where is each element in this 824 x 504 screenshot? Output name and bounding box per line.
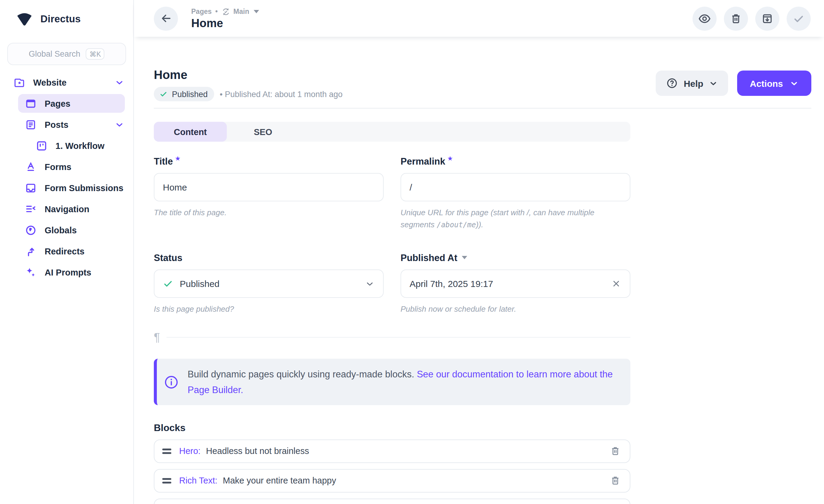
sidebar-item-forms[interactable]: Forms bbox=[8, 156, 125, 177]
sidebar-item-globals[interactable]: Globals bbox=[8, 220, 125, 241]
block-type-link[interactable]: Hero: bbox=[179, 447, 201, 456]
required-star-icon: ★ bbox=[447, 155, 452, 161]
sidebar-item-website[interactable]: Website bbox=[8, 72, 125, 93]
breadcrumb-collection[interactable]: Pages bbox=[191, 8, 212, 15]
field-label-text: Status bbox=[154, 253, 183, 264]
title-input[interactable]: Home bbox=[154, 173, 384, 201]
search-placeholder: Global Search bbox=[29, 49, 80, 58]
sidebar-item-navigation[interactable]: Navigation bbox=[8, 198, 125, 220]
check-icon bbox=[159, 90, 168, 98]
sidebar-item-workflow[interactable]: 1. Workflow bbox=[8, 135, 125, 156]
page-builder-notice: Build dynamic pages quickly using ready-… bbox=[154, 359, 630, 405]
tab-label: Content bbox=[174, 127, 207, 137]
block-row-rich-text[interactable]: Rich Text: Make your entire team happy bbox=[154, 469, 630, 493]
field-helper: Unique URL for this page (start with /, … bbox=[401, 207, 630, 231]
list-collapse-icon bbox=[25, 203, 37, 215]
field-published-at: Published At April 7th, 2025 19:17 Publi… bbox=[401, 253, 630, 316]
preview-button[interactable] bbox=[693, 6, 717, 30]
topbar-titles: Pages • Main Home bbox=[191, 7, 260, 30]
archive-button[interactable] bbox=[755, 6, 780, 30]
trash-icon[interactable] bbox=[610, 475, 621, 486]
blocks-heading: Blocks bbox=[154, 422, 811, 433]
sidebar-item-ai-prompts[interactable]: AI Prompts bbox=[8, 262, 125, 283]
tab-bar: Content SEO bbox=[154, 122, 630, 142]
check-icon bbox=[163, 279, 173, 289]
divider-line bbox=[167, 337, 630, 338]
search-shortcut-badge: ⌘K bbox=[86, 48, 104, 60]
status-badge: Published bbox=[154, 87, 214, 101]
caret-down-icon[interactable] bbox=[253, 9, 260, 14]
redirect-arrow-icon bbox=[25, 245, 37, 257]
chevron-down-icon bbox=[709, 79, 718, 88]
sidebar-item-label: Posts bbox=[44, 120, 69, 129]
clear-x-icon[interactable] bbox=[611, 279, 621, 289]
delete-button[interactable] bbox=[724, 6, 748, 30]
sidebar-item-posts[interactable]: Posts bbox=[8, 114, 125, 135]
field-label: Published At bbox=[401, 253, 630, 264]
sidebar-item-label: Website bbox=[33, 78, 67, 87]
back-button[interactable] bbox=[154, 6, 178, 30]
chevron-down-icon bbox=[790, 79, 799, 88]
tab-seo[interactable]: SEO bbox=[227, 122, 299, 142]
chevron-down-icon[interactable] bbox=[365, 279, 375, 289]
form-row-1: Title ★ Home The title of this page. Per… bbox=[154, 156, 630, 231]
helper-code: /about/me bbox=[437, 221, 476, 229]
actions-button[interactable]: Actions bbox=[737, 71, 811, 96]
block-type-link[interactable]: Rich Text: bbox=[179, 476, 217, 486]
tab-label: SEO bbox=[254, 127, 272, 137]
header-buttons: Help Actions bbox=[656, 71, 811, 96]
field-label: Status bbox=[154, 253, 384, 264]
status-select[interactable]: Published bbox=[154, 270, 384, 298]
field-label: Title ★ bbox=[154, 156, 384, 167]
check-icon bbox=[792, 12, 805, 25]
block-title: Make your entire team happy bbox=[223, 476, 336, 486]
chevron-down-icon[interactable] bbox=[115, 78, 124, 87]
published-at-input[interactable]: April 7th, 2025 19:17 bbox=[401, 270, 630, 298]
notice-message: Build dynamic pages quickly using ready-… bbox=[188, 369, 414, 380]
sidebar-item-label: Navigation bbox=[44, 204, 89, 214]
question-circle-icon bbox=[666, 77, 678, 89]
field-helper: The title of this page. bbox=[154, 207, 384, 219]
breadcrumb-version[interactable]: Main bbox=[233, 8, 249, 15]
trash-icon[interactable] bbox=[610, 446, 621, 457]
drag-handle-icon[interactable] bbox=[162, 478, 171, 483]
block-row-hero[interactable]: Hero: Headless but not brainless bbox=[154, 439, 630, 463]
sidebar-nav: Website Pages Posts bbox=[0, 72, 133, 283]
sidebar-item-label: Forms bbox=[44, 162, 72, 171]
version-sync-icon bbox=[221, 7, 230, 16]
save-button[interactable] bbox=[787, 6, 811, 30]
caret-down-icon[interactable] bbox=[461, 255, 468, 260]
field-helper: Publish now or schedule for later. bbox=[401, 303, 630, 316]
sidebar-item-label: Globals bbox=[44, 225, 77, 235]
help-button[interactable]: Help bbox=[656, 71, 728, 96]
permalink-input[interactable]: / bbox=[401, 173, 630, 201]
sidebar-item-label: Form Submissions bbox=[44, 183, 123, 193]
field-helper: Is this page published? bbox=[154, 303, 384, 316]
sidebar-item-label: AI Prompts bbox=[44, 267, 91, 277]
field-status: Status Published Is this page published? bbox=[154, 253, 384, 316]
brand-logo-row[interactable]: Directus bbox=[0, 0, 133, 26]
kanban-icon bbox=[35, 140, 48, 152]
letter-a-icon bbox=[25, 161, 37, 173]
block-title: Headless but not brainless bbox=[206, 447, 309, 456]
page-title-block: Home Published • Published At: about 1 m… bbox=[154, 68, 343, 101]
field-permalink: Permalink ★ / Unique URL for this page (… bbox=[401, 156, 630, 231]
block-row-gallery[interactable]: Gallery: Check out some of our latest te… bbox=[154, 499, 630, 504]
tab-content[interactable]: Content bbox=[154, 122, 227, 142]
page-title: Home bbox=[154, 68, 343, 82]
globe-icon bbox=[25, 224, 37, 236]
sidebar-item-form-submissions[interactable]: Form Submissions bbox=[8, 177, 125, 198]
eye-icon bbox=[698, 12, 711, 25]
main-area: Pages • Main Home bbox=[134, 0, 824, 504]
sidebar-item-redirects[interactable]: Redirects bbox=[8, 241, 125, 262]
status-badge-label: Published bbox=[172, 90, 208, 99]
sidebar-item-label: Pages bbox=[44, 99, 70, 108]
sidebar-item-pages[interactable]: Pages bbox=[18, 94, 125, 113]
topbar-title: Home bbox=[191, 17, 260, 30]
trash-icon bbox=[730, 12, 742, 24]
drag-handle-icon[interactable] bbox=[162, 449, 171, 454]
chevron-down-icon[interactable] bbox=[115, 120, 124, 129]
global-search-input[interactable]: Global Search ⌘K bbox=[7, 43, 126, 65]
form-row-2: Status Published Is this page published? bbox=[154, 253, 630, 316]
breadcrumb[interactable]: Pages • Main bbox=[191, 7, 260, 16]
